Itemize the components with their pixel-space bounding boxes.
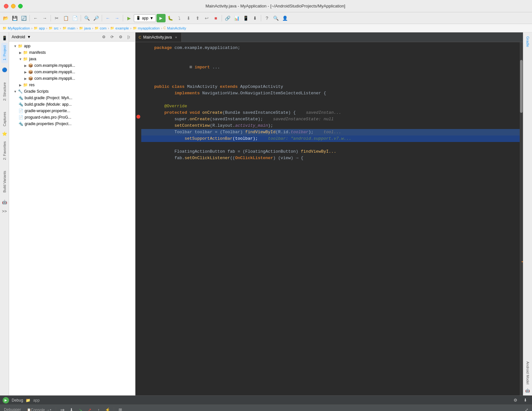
paste-button[interactable]: 📄 — [71, 14, 79, 22]
nav-forward-button[interactable]: → — [113, 14, 121, 22]
project-settings-btn[interactable]: ⚙ — [100, 33, 107, 41]
code-gutter — [135, 42, 141, 395]
debug-evaluate-btn[interactable]: ⚡ — [103, 406, 112, 411]
sidebar-tab-project[interactable]: 1: Project — [1, 43, 8, 63]
breadcrumb-myapplication2[interactable]: 📁 myapplication — [133, 26, 160, 30]
back-button[interactable]: ← — [31, 14, 40, 22]
coverage-button[interactable]: 📊 — [233, 14, 241, 22]
line-content: FloatingActionButton fab = (FloatingActi… — [154, 148, 520, 155]
breadcrumb-main[interactable]: 📁 main — [63, 26, 75, 30]
tree-item-gradle-scripts[interactable]: ▼ 🔧 Gradle Scripts — [9, 88, 135, 95]
tree-item-proguard[interactable]: 📄 proguard-rules.pro (ProG... — [9, 114, 135, 121]
breadcrumb-example[interactable]: 📁 example — [110, 26, 129, 30]
save-button[interactable]: 💾 — [10, 14, 19, 22]
tree-item-res[interactable]: ▶ 📁 res — [9, 82, 135, 88]
breadcrumb-myapplication[interactable]: 📁 MyApplication — [3, 26, 30, 30]
line-content: protected void onCreate(Bundle savedInst… — [154, 110, 520, 116]
rerun-button[interactable]: ↩ — [202, 14, 211, 22]
line-content: ⊞ import ... — [154, 58, 520, 77]
sidebar-tab-gradle[interactable]: Gradle — [525, 34, 531, 50]
sidebar-tab-android-icon2[interactable]: 🤖 — [1, 199, 8, 206]
close-button[interactable] — [4, 4, 8, 8]
find-button[interactable]: 🔍 — [83, 14, 91, 22]
editor-tab-mainactivity[interactable]: C MainActivity.java × — [135, 33, 182, 42]
debug-settings-btn[interactable]: ⚙ — [511, 396, 520, 404]
copy-button[interactable]: 📋 — [62, 14, 70, 22]
cut-button[interactable]: ✂ — [52, 14, 61, 22]
step-into-button[interactable]: ⬇ — [184, 14, 193, 22]
sidebar-tab-more[interactable]: >> — [1, 208, 8, 215]
step-out-button[interactable]: ⬆ — [193, 14, 202, 22]
code-content[interactable]: package com.example.myapplication; ⊞ imp… — [141, 42, 520, 395]
breadcrumb-label: example — [115, 26, 129, 30]
code-editor[interactable]: package com.example.myapplication; ⊞ imp… — [135, 42, 523, 395]
tree-item-app[interactable]: ▼ 📁 app — [9, 43, 135, 49]
fullscreen-button[interactable] — [18, 4, 23, 8]
tree-item-pkg2[interactable]: ▶ 📦 com.example.myappli... — [9, 69, 135, 75]
stop-button[interactable]: ■ — [212, 14, 220, 22]
step-over-button[interactable]: ⤵ — [175, 14, 184, 22]
tree-item-build-gradle1[interactable]: 🔩 build.gradle (Project: MyA... — [9, 95, 135, 101]
tab-close-button[interactable]: × — [174, 35, 178, 40]
run-config-dropdown[interactable]: 📱 app ▼ — [134, 14, 156, 22]
line-content: implements NavigationView.OnNavigationIt… — [154, 90, 520, 97]
tree-item-build-gradle2[interactable]: 🔩 build.gradle (Module: app... — [9, 101, 135, 108]
find-replace-button[interactable]: 🔎 — [92, 14, 100, 22]
breadcrumb-java[interactable]: 📁 java — [79, 26, 91, 30]
debug-grid-btn[interactable]: ⊞ — [116, 406, 124, 411]
breadcrumb-src[interactable]: 📁 src — [49, 26, 59, 30]
line-number — [141, 45, 154, 51]
folder-icon: 📁 — [17, 43, 23, 49]
sidebar-tab-build-variants[interactable]: Build Variants — [1, 168, 8, 195]
project-filter-btn[interactable]: |↕ — [125, 33, 133, 41]
debug-restore-btn[interactable]: ⤢ — [522, 406, 531, 411]
attach-button[interactable]: 🔗 — [224, 14, 232, 22]
open-button[interactable]: 📂 — [1, 14, 10, 22]
tree-item-gradle-properties[interactable]: 🔩 gradle.properties (Project... — [9, 121, 135, 127]
debugger-tab[interactable]: Debugger — [1, 405, 24, 411]
minimize-button[interactable] — [11, 4, 16, 8]
debug-button[interactable]: 🐛 — [166, 14, 175, 22]
device-button[interactable]: ⬇ — [251, 14, 259, 22]
sidebar-tab-favorites[interactable]: 2: Favorites — [1, 139, 8, 162]
breadcrumb-app[interactable]: 📁 app — [34, 26, 45, 30]
tree-item-java[interactable]: ▼ 📁 java — [9, 56, 135, 62]
debug-step-down-btn[interactable]: ⬇ — [67, 406, 75, 411]
sidebar-tab-android-icon[interactable]: 📱 — [1, 34, 8, 41]
tree-item-pkg3[interactable]: ▶ 📦 com.example.myappli... — [9, 75, 135, 82]
debug-run-to-cursor-btn[interactable]: ↑ — [94, 406, 103, 411]
line-number — [141, 77, 154, 84]
tree-item-manifests[interactable]: ▶ 📁 manifests — [9, 49, 135, 56]
project-sync-btn[interactable]: ⟳ — [109, 33, 116, 41]
project-config-btn[interactable]: ⚙ — [117, 33, 124, 41]
editor-scrollbar[interactable] — [520, 42, 523, 395]
make-button[interactable]: ▶ — [125, 14, 133, 22]
run-button[interactable]: ▶ — [156, 14, 166, 22]
breadcrumb-mainactivity[interactable]: C MainActivity — [164, 26, 186, 30]
project-tree: ▼ 📁 app ▶ 📁 manifests ▼ 📁 java ▶ — [9, 41, 135, 395]
console-tab[interactable]: 📋 Console →• — [24, 405, 54, 411]
sidebar-tab-android-model[interactable]: Android Model — [525, 359, 531, 387]
avd-button[interactable]: 📱 — [242, 14, 250, 22]
debug-step-into-btn[interactable]: ↘ — [76, 406, 85, 411]
debug-resume-button[interactable]: ▶ — [3, 397, 9, 404]
forward-button[interactable]: → — [40, 14, 49, 22]
debug-step-over-btn[interactable]: ⇒ — [58, 406, 66, 411]
nav-back-button[interactable]: ← — [104, 14, 112, 22]
help-button[interactable]: ? — [263, 14, 271, 22]
editor-wrapper: C MainActivity.java × package com.e — [135, 32, 523, 395]
sync-button[interactable]: 🔄 — [19, 14, 28, 22]
search-everywhere-button[interactable]: 🔍 — [272, 14, 280, 22]
breakpoint-icon[interactable] — [136, 115, 140, 119]
debug-minimize-btn[interactable]: ⬇ — [521, 396, 529, 404]
sidebar-tab-icon2[interactable]: 🔵 — [1, 66, 8, 73]
sidebar-tab-favorites-icon[interactable]: ⭐ — [1, 130, 8, 137]
breadcrumb-com[interactable]: 📁 com — [95, 26, 107, 30]
user-button[interactable]: 👤 — [281, 14, 289, 22]
sidebar-tab-structure[interactable]: 2: Structure — [1, 80, 8, 103]
debug-step-out-btn[interactable]: ↗ — [85, 406, 94, 411]
sidebar-tab-captures[interactable]: Captures — [1, 109, 8, 129]
tree-item-gradle-wrapper[interactable]: 📄 gradle-wrapper.propertie... — [9, 108, 135, 114]
tree-item-pkg1[interactable]: ▶ 📦 com.example.myappli... — [9, 62, 135, 69]
expand-arrow-icon: ▶ — [23, 63, 28, 68]
